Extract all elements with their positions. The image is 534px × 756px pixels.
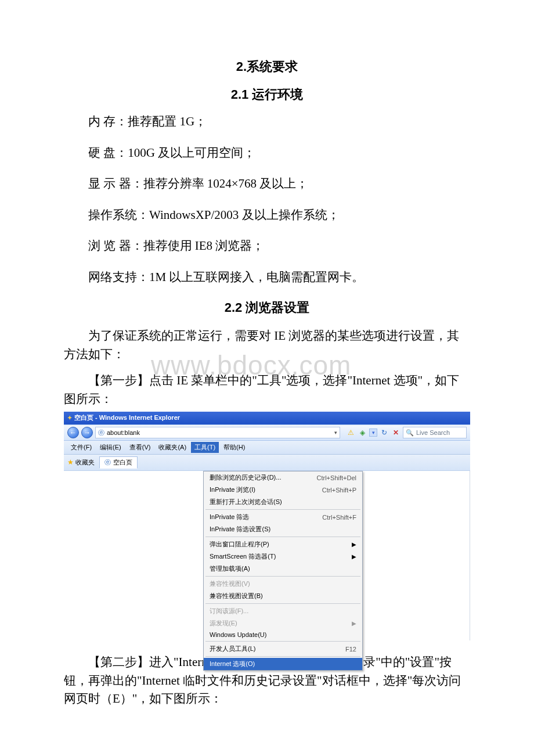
spec-display: 显 示 器：推荐分辨率 1024×768 及以上； [64,175,470,193]
menu-separator [205,509,360,510]
ie-favorites-bar: ★ 收藏夹 ⓔ 空白页 [64,455,470,471]
search-icon: 🔍 [406,429,414,437]
menuitem-delete-history[interactable]: 删除浏览的历史记录(D)... Ctrl+Shift+Del [204,471,362,484]
menu-tools[interactable]: 工具(T) [191,442,219,453]
browser-tab[interactable]: ⓔ 空白页 [99,456,138,469]
address-bar[interactable]: ⓔ about:blank ▾ [95,427,340,438]
menu-separator [205,537,360,537]
menuitem-label: 订阅该源(F)... [210,607,356,615]
tab-label: 空白页 [113,458,132,467]
star-icon: ★ [67,458,74,466]
menuitem-label: 管理加载项(A) [210,564,356,573]
spec-os: 操作系统：WindowsXP/2003 及以上操作系统； [64,206,470,225]
refresh-icon[interactable]: ↻ [380,428,389,437]
menuitem-compat-view-settings[interactable]: 兼容性视图设置(B) [204,590,362,602]
menu-separator [205,656,360,657]
spec-network: 网络支持：1M 以上互联网接入，电脑需配置网卡。 [64,268,470,287]
section-title-2-2: 2.2 浏览器设置 [64,299,470,316]
menu-view[interactable]: 查看(V) [126,442,154,453]
arrow-left-icon: ← [70,429,77,437]
menuitem-windows-update[interactable]: Windows Update(U) [204,629,362,640]
menuitem-label: InPrivate 筛选 [210,513,308,521]
section-title-2: 2.系统要求 [64,58,470,75]
menuitem-addons[interactable]: 管理加载项(A) [204,563,362,575]
menu-favorites[interactable]: 收藏夹(A) [155,442,190,453]
menuitem-shortcut: Ctrl+Shift+P [308,487,356,494]
ie-favorite-icon: ✦ [67,415,72,421]
menuitem-smartscreen[interactable]: SmartScreen 筛选器(T) ▶ [204,550,362,563]
warning-icon[interactable]: ⚠ [346,428,355,437]
menuitem-label: InPrivate 筛选设置(S) [210,525,356,534]
menuitem-label: Windows Update(U) [210,631,356,638]
menu-file[interactable]: 文件(F) [67,442,95,453]
stop-icon[interactable]: ✕ [391,428,400,437]
menuitem-inprivate-filter-settings[interactable]: InPrivate 筛选设置(S) [204,523,362,535]
forward-button[interactable]: → [81,427,93,438]
menuitem-label: SmartScreen 筛选器(T) [210,552,352,561]
menuitem-label: 重新打开上次浏览会话(S) [210,498,356,506]
submenu-arrow-icon: ▶ [352,620,356,627]
menuitem-label: 删除浏览的历史记录(D)... [210,473,303,482]
section-title-2-1: 2.1 运行环境 [64,86,470,103]
arrow-right-icon: → [84,429,91,437]
spec-browser: 浏 览 器：推荐使用 IE8 浏览器； [64,237,470,255]
menu-separator [205,576,360,577]
menuitem-popup-blocker[interactable]: 弹出窗口阻止程序(P) ▶ [204,538,362,550]
spec-disk: 硬 盘：100G 及以上可用空间； [64,144,470,163]
menuitem-compat-view: 兼容性视图(V) [204,578,362,590]
menuitem-label: 源发现(E) [210,619,352,628]
menuitem-inprivate-filter[interactable]: InPrivate 筛选 Ctrl+Shift+F [204,511,362,523]
menuitem-shortcut: Ctrl+Shift+F [308,514,356,521]
menuitem-feed-discovery: 源发现(E) ▶ [204,617,362,629]
menu-separator [205,603,360,604]
menuitem-label: 兼容性视图设置(B) [210,592,356,600]
submenu-arrow-icon: ▶ [352,541,356,548]
tab-page-icon: ⓔ [104,458,111,467]
ie-body: 删除浏览的历史记录(D)... Ctrl+Shift+Del InPrivate… [64,471,470,640]
menu-separator [205,641,360,642]
menu-edit[interactable]: 编辑(E) [96,442,125,453]
search-box[interactable]: 🔍 Live Search [403,427,467,438]
menuitem-label: 兼容性视图(V) [210,579,356,588]
ie-menubar: 文件(F) 编辑(E) 查看(V) 收藏夹(A) 工具(T) 帮助(H) [64,441,470,455]
step1-text: 【第一步】点击 IE 菜单栏中的"工具"选项，选择"Internet 选项"，如… [64,372,470,408]
para-2-2-intro: 为了保证系统的正常运行，需要对 IE 浏览器的某些选项进行设置，其方法如下： [64,327,470,363]
menuitem-label: Internet 选项(O) [210,660,356,668]
ie-navbar: ← → ⓔ about:blank ▾ ⚠ ◈ ▾ ↻ ✕ 🔍 Live Sea… [64,424,470,441]
submenu-arrow-icon: ▶ [352,553,356,560]
navbar-right-icons: ⚠ ◈ ▾ ↻ ✕ 🔍 Live Search [346,427,467,438]
menu-help[interactable]: 帮助(H) [220,442,248,453]
menuitem-reopen-last[interactable]: 重新打开上次浏览会话(S) [204,496,362,508]
shield-icon[interactable]: ◈ [358,428,367,437]
menuitem-label: InPrivate 浏览(I) [210,485,308,494]
page-icon: ⓔ [98,429,104,437]
search-placeholder: Live Search [416,429,450,436]
ie-title-text: 空白页 - Windows Internet Explorer [74,413,180,422]
favorites-label: 收藏夹 [75,459,95,466]
ie-window: ✦ 空白页 - Windows Internet Explorer ← → ⓔ … [64,412,470,640]
favorites-button[interactable]: ★ 收藏夹 [67,458,95,467]
menuitem-dev-tools[interactable]: 开发人员工具(L) F12 [204,643,362,655]
tools-dropdown-menu: 删除浏览的历史记录(D)... Ctrl+Shift+Del InPrivate… [203,471,363,671]
dropdown-icon[interactable]: ▾ [369,429,377,437]
menuitem-shortcut: F12 [331,646,356,653]
address-dropdown-icon[interactable]: ▾ [332,430,337,435]
menuitem-internet-options[interactable]: Internet 选项(O) [204,658,362,670]
back-button[interactable]: ← [67,427,79,438]
menuitem-shortcut: Ctrl+Shift+Del [303,474,356,481]
menuitem-label: 弹出窗口阻止程序(P) [210,540,352,549]
menuitem-label: 开发人员工具(L) [210,645,331,653]
ie-titlebar: ✦ 空白页 - Windows Internet Explorer [64,412,470,424]
spec-memory: 内 存：推荐配置 1G； [64,113,470,131]
menuitem-inprivate-browse[interactable]: InPrivate 浏览(I) Ctrl+Shift+P [204,484,362,496]
menuitem-subscribe-feed: 订阅该源(F)... [204,605,362,617]
address-bar-text: about:blank [107,429,140,436]
